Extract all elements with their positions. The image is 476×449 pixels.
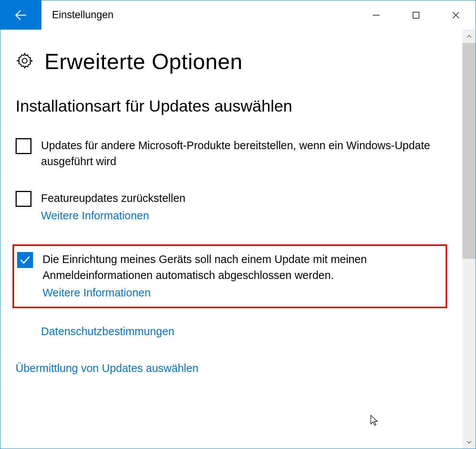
option-microsoft-products: Updates für andere Microsoft-Produkte be… (16, 137, 447, 169)
content-area: Erweiterte Optionen Installationsart für… (0, 30, 462, 449)
svg-point-4 (22, 58, 27, 63)
checkbox-defer-feature-updates[interactable] (16, 191, 32, 207)
more-info-link-defer[interactable]: Weitere Informationen (41, 208, 185, 224)
page-title: Erweiterte Optionen (44, 49, 243, 74)
titlebar: Einstellungen (0, 0, 476, 30)
highlight-annotation: Die Einrichtung meines Geräts soll nach … (13, 244, 447, 308)
option-auto-finish-setup: Die Einrichtung meines Geräts soll nach … (17, 251, 442, 301)
more-info-link-auto-finish[interactable]: Weitere Informationen (43, 285, 442, 301)
privacy-row: Datenschutzbestimmungen (41, 323, 447, 339)
maximize-icon (412, 11, 420, 19)
minimize-button[interactable] (356, 0, 396, 30)
chevron-up-icon (467, 34, 472, 39)
page-heading: Erweiterte Optionen (16, 49, 447, 74)
maximize-button[interactable] (396, 0, 436, 30)
minimize-icon (372, 11, 380, 19)
scroll-up-button[interactable] (462, 30, 476, 43)
content-wrapper: Erweiterte Optionen Installationsart für… (0, 30, 476, 449)
delivery-optimization-link[interactable]: Übermittlung von Updates auswählen (16, 362, 199, 374)
option-label: Featureupdates zurückstellen (41, 190, 185, 206)
privacy-link[interactable]: Datenschutzbestimmungen (41, 325, 174, 337)
option-defer-feature-updates: Featureupdates zurückstellen Weitere Inf… (16, 190, 447, 224)
delivery-link-row: Übermittlung von Updates auswählen (16, 362, 447, 375)
section-heading: Installationsart für Updates auswählen (16, 97, 447, 115)
scroll-track[interactable] (462, 43, 476, 435)
option-label: Updates für andere Microsoft-Produkte be… (41, 137, 447, 169)
chevron-down-icon (467, 440, 472, 445)
checkbox-auto-finish-setup[interactable] (17, 252, 33, 268)
scroll-thumb[interactable] (462, 43, 476, 259)
back-button[interactable] (0, 0, 41, 30)
checkbox-microsoft-products[interactable] (16, 138, 32, 154)
gear-icon (16, 52, 34, 71)
cursor-icon (370, 414, 379, 428)
window-controls (356, 0, 476, 30)
check-icon (19, 254, 31, 266)
option-text-group: Updates für andere Microsoft-Produkte be… (41, 137, 447, 169)
vertical-scrollbar[interactable] (462, 30, 476, 449)
scroll-down-button[interactable] (462, 435, 476, 449)
option-label: Die Einrichtung meines Geräts soll nach … (43, 251, 442, 283)
window-title: Einstellungen (52, 9, 356, 21)
option-text-group: Die Einrichtung meines Geräts soll nach … (43, 251, 442, 301)
close-button[interactable] (436, 0, 476, 30)
option-text-group: Featureupdates zurückstellen Weitere Inf… (41, 190, 185, 224)
svg-rect-1 (413, 12, 419, 18)
arrow-left-icon (13, 8, 28, 23)
close-icon (451, 11, 460, 20)
